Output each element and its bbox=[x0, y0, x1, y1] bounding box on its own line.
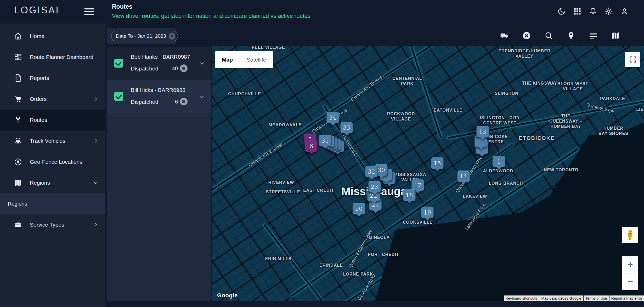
sidebar-item-label: Route Planner Dashboard bbox=[30, 54, 93, 60]
sidebar-item-label: Orders bbox=[30, 96, 47, 102]
marker-number: 30 bbox=[378, 167, 385, 173]
expand-driver-icon[interactable] bbox=[199, 60, 205, 67]
map-marker-stop-32[interactable]: 32 bbox=[365, 166, 378, 178]
fullscreen-icon bbox=[629, 56, 637, 63]
map-place-label: ERIN MILLS bbox=[265, 256, 292, 261]
grid-icon[interactable] bbox=[573, 7, 582, 16]
map-type-map-button[interactable]: Map bbox=[215, 51, 240, 68]
map-place-label: STREETSVILLE bbox=[266, 189, 300, 195]
map-marker-stop-18[interactable]: 18 bbox=[403, 189, 416, 201]
map-canvas[interactable]: PEEL VILLAGECHURCHVILLEMEADOWVALECENTENN… bbox=[212, 46, 644, 301]
sidebar-item-geo-fence-locations[interactable]: Geo-Fence Locations bbox=[0, 151, 105, 172]
sidebar-item-reports[interactable]: Reports bbox=[0, 68, 105, 89]
gear-icon[interactable] bbox=[604, 7, 613, 16]
map-attribution: Keyboard shortcutsMap data ©2023 GoogleT… bbox=[504, 295, 644, 301]
map-place-label: EDENBRIDGE-HUMBER VALLEY bbox=[498, 48, 550, 59]
driver-checkbox[interactable] bbox=[114, 92, 123, 101]
map-marker-stop-23[interactable]: 23 bbox=[368, 181, 381, 193]
foldedmap-icon bbox=[14, 178, 22, 187]
sidebar-item-label: Geo-Fence Locations bbox=[30, 159, 82, 165]
page-subtitle: View driver routes, get stop information… bbox=[112, 13, 310, 19]
map-marker-stop-1[interactable]: 1 bbox=[493, 156, 505, 168]
driver-route-card[interactable]: Bill Hicks - BARR0988 Dispatched 6 bbox=[107, 80, 211, 113]
map-marker-stop-33[interactable]: 33 bbox=[340, 122, 353, 134]
sidebar-item-routes[interactable]: Routes bbox=[0, 109, 105, 130]
report-map-error-link[interactable]: Report a map error bbox=[609, 295, 644, 301]
keyboard-shortcuts-link[interactable]: Keyboard shortcuts bbox=[504, 295, 539, 301]
map-place-label: MEADOWVALE bbox=[269, 122, 302, 128]
sidebar-item-label: Reports bbox=[30, 75, 49, 81]
marker-number: 23 bbox=[371, 184, 378, 190]
map-marker-stop-14[interactable]: 14 bbox=[457, 171, 470, 182]
location-pin-icon[interactable] bbox=[566, 31, 576, 40]
sidebar-item-label: Home bbox=[30, 33, 44, 39]
sidebar-item-label: Service Types bbox=[30, 222, 64, 228]
map-place-label: ISLINGTON bbox=[493, 91, 518, 96]
marker-number: 17 bbox=[414, 182, 421, 189]
cart-icon bbox=[14, 95, 22, 103]
map-marker-stop-34[interactable]: 34 bbox=[326, 112, 339, 124]
pegman-icon bbox=[626, 229, 635, 240]
stop-count-icon bbox=[180, 64, 188, 72]
zoom-in-button[interactable]: + bbox=[622, 256, 638, 273]
pegman-button[interactable] bbox=[622, 227, 638, 243]
fullscreen-button[interactable] bbox=[625, 52, 640, 67]
expand-driver-icon[interactable] bbox=[199, 94, 205, 100]
driver-status: Dispatched bbox=[131, 99, 158, 105]
marker-number: 32 bbox=[368, 168, 375, 175]
bell-icon[interactable] bbox=[589, 7, 597, 16]
person-icon[interactable] bbox=[620, 7, 629, 16]
moon-icon[interactable] bbox=[557, 7, 566, 16]
zoom-out-button[interactable]: − bbox=[622, 273, 638, 290]
map-place-label: LIBER bbox=[636, 107, 644, 112]
chevron-right-icon bbox=[93, 138, 99, 144]
map-place-label: ETOBICOKE bbox=[519, 135, 555, 141]
map-marker-stop-35[interactable]: 35 bbox=[319, 135, 332, 147]
geofence-icon bbox=[14, 157, 22, 166]
truck-icon[interactable] bbox=[500, 31, 509, 40]
sidebar-item-track-vehicles[interactable]: Track Vehicles bbox=[0, 130, 105, 151]
stop-count-icon bbox=[180, 98, 188, 105]
map-place-label: LAKEVIEW bbox=[463, 194, 487, 199]
top-bar: LOGISAI Routes View driver routes, get s… bbox=[0, 0, 644, 24]
map-type-satellite-button[interactable]: Satellite bbox=[240, 51, 273, 68]
close-circle-icon[interactable] bbox=[522, 31, 531, 40]
map-marker-stop-13[interactable]: 13 bbox=[476, 126, 489, 138]
date-filter-chip[interactable]: Date To - Jan 21, 2023 ✕ bbox=[111, 31, 178, 41]
map-marker-stop-20[interactable]: 20 bbox=[353, 203, 365, 215]
briefcase-icon bbox=[14, 220, 22, 229]
map-place-label: PORT CREDIT bbox=[368, 252, 399, 257]
sidebar-item-route-planner-dashboard[interactable]: Route Planner Dashboard bbox=[0, 47, 105, 68]
search-icon[interactable] bbox=[544, 31, 553, 40]
list-icon[interactable] bbox=[589, 31, 598, 40]
chevron-right-icon bbox=[93, 222, 99, 228]
map-toolbar bbox=[500, 31, 620, 40]
map-marker-stop-6[interactable]: 6 bbox=[305, 140, 318, 152]
map-place-label: THE KINGSWAY bbox=[522, 81, 557, 86]
chip-close-icon[interactable]: ✕ bbox=[169, 33, 175, 40]
sidebar-item-regions[interactable]: Regions bbox=[0, 172, 105, 193]
map-place-label: ISLINGTON - CITY CENTRE WEST bbox=[480, 115, 520, 126]
driver-route-card[interactable]: Bob Hanks - BARR0987 Dispatched 40 bbox=[107, 47, 211, 80]
map-data-copyright[interactable]: Map data ©2023 Google bbox=[539, 295, 583, 301]
sidebar-item-label: Routes bbox=[30, 117, 47, 123]
foldedmap-icon[interactable] bbox=[611, 31, 620, 40]
map-place-label: LORNE PARK bbox=[343, 272, 373, 277]
home-icon bbox=[14, 32, 22, 41]
map-place-label: MINEOLA bbox=[369, 235, 390, 240]
map-marker-stop-19[interactable]: 19 bbox=[421, 207, 434, 218]
map-marker-stop-15[interactable]: 15 bbox=[431, 157, 444, 169]
driver-status: Dispatched bbox=[131, 65, 158, 72]
marker-number: 18 bbox=[406, 192, 413, 199]
map-place-label: CENTENNIAL PARK bbox=[392, 76, 422, 86]
app-logo: LOGISAI bbox=[14, 5, 59, 16]
sidebar-item-home[interactable]: Home bbox=[0, 26, 105, 47]
chevron-right-icon bbox=[93, 96, 99, 102]
map-place-label: PEEL VILLAGE bbox=[252, 46, 285, 50]
menu-icon[interactable] bbox=[84, 7, 94, 16]
marker-number: 34 bbox=[329, 114, 336, 121]
sidebar-item-orders[interactable]: Orders bbox=[0, 89, 105, 109]
driver-checkbox[interactable] bbox=[114, 59, 123, 68]
terms-of-use-link[interactable]: Terms of Use bbox=[584, 295, 609, 301]
sidebar-item-service-types[interactable]: Service Types bbox=[0, 214, 105, 235]
